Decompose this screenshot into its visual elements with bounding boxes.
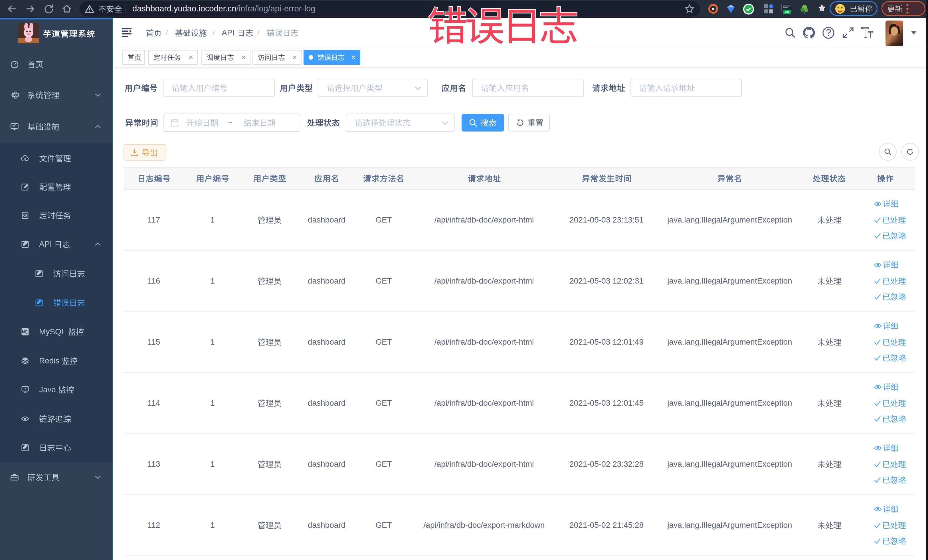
svg-text:on: on [785, 10, 789, 14]
